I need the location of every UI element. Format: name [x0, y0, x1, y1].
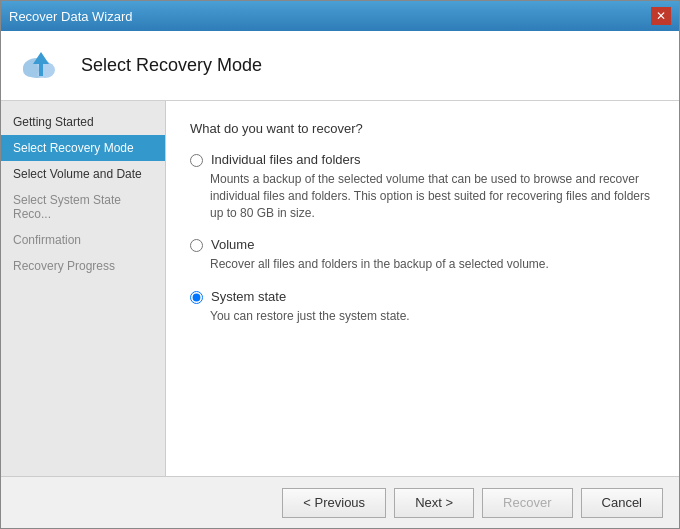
- cancel-button[interactable]: Cancel: [581, 488, 663, 518]
- sidebar-item-confirmation[interactable]: Confirmation: [1, 227, 165, 253]
- page-title: Select Recovery Mode: [81, 55, 262, 76]
- recover-button[interactable]: Recover: [482, 488, 572, 518]
- sidebar-item-getting-started[interactable]: Getting Started: [1, 109, 165, 135]
- radio-desc-system-state: You can restore just the system state.: [210, 308, 655, 325]
- radio-item-volume: Volume: [190, 237, 655, 252]
- footer: < Previous Next > Recover Cancel: [1, 476, 679, 528]
- svg-point-2: [23, 63, 39, 77]
- option-system-state: System state You can restore just the sy…: [190, 289, 655, 325]
- sidebar: Getting Started Select Recovery Mode Sel…: [1, 101, 166, 476]
- header: Select Recovery Mode: [1, 31, 679, 101]
- radio-label-individual[interactable]: Individual files and folders: [211, 152, 361, 167]
- sidebar-item-select-volume-and-date[interactable]: Select Volume and Date: [1, 161, 165, 187]
- next-button[interactable]: Next >: [394, 488, 474, 518]
- radio-desc-volume: Recover all files and folders in the bac…: [210, 256, 655, 273]
- radio-system-state[interactable]: [190, 291, 203, 304]
- radio-item-system-state: System state: [190, 289, 655, 304]
- previous-button[interactable]: < Previous: [282, 488, 386, 518]
- title-bar: Recover Data Wizard ✕: [1, 1, 679, 31]
- radio-volume[interactable]: [190, 239, 203, 252]
- option-individual-files: Individual files and folders Mounts a ba…: [190, 152, 655, 221]
- radio-individual-files[interactable]: [190, 154, 203, 167]
- sidebar-item-recovery-progress[interactable]: Recovery Progress: [1, 253, 165, 279]
- close-button[interactable]: ✕: [651, 7, 671, 25]
- radio-item-individual: Individual files and folders: [190, 152, 655, 167]
- content: Getting Started Select Recovery Mode Sel…: [1, 101, 679, 476]
- header-icon: [17, 42, 65, 90]
- main-question: What do you want to recover?: [190, 121, 655, 136]
- window-title: Recover Data Wizard: [9, 9, 133, 24]
- radio-desc-individual: Mounts a backup of the selected volume t…: [210, 171, 655, 221]
- window: Recover Data Wizard ✕ Select Recovery Mo…: [0, 0, 680, 529]
- sidebar-item-select-system-state[interactable]: Select System State Reco...: [1, 187, 165, 227]
- radio-label-volume[interactable]: Volume: [211, 237, 254, 252]
- main-content: What do you want to recover? Individual …: [166, 101, 679, 476]
- radio-label-system-state[interactable]: System state: [211, 289, 286, 304]
- sidebar-item-select-recovery-mode[interactable]: Select Recovery Mode: [1, 135, 165, 161]
- option-volume: Volume Recover all files and folders in …: [190, 237, 655, 273]
